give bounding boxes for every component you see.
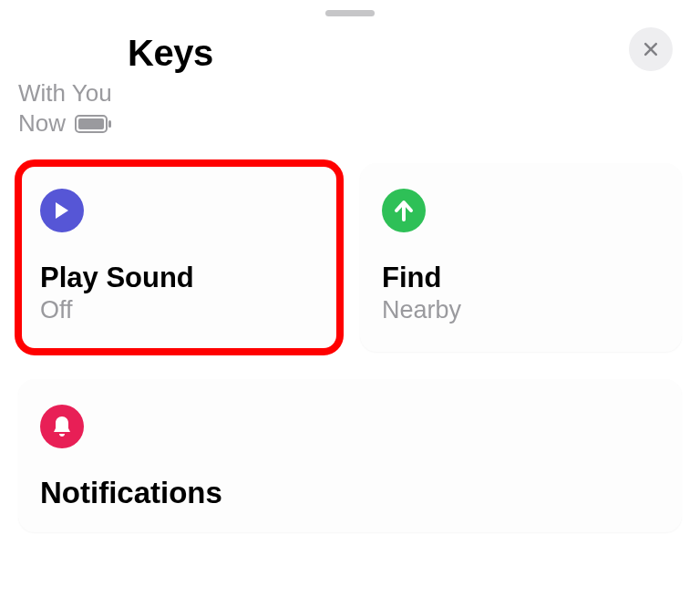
page-title: Keys <box>128 33 700 74</box>
play-sound-card[interactable]: Play Sound Off <box>18 163 340 352</box>
arrow-up-icon <box>382 189 426 232</box>
status-text: With You <box>18 79 700 108</box>
play-icon <box>40 189 84 232</box>
find-card[interactable]: Find Nearby <box>360 163 682 352</box>
find-status: Nearby <box>382 296 660 324</box>
header: Keys With You Now <box>0 0 700 138</box>
play-sound-title: Play Sound <box>40 262 318 294</box>
notifications-title: Notifications <box>40 476 660 510</box>
close-icon <box>642 40 660 58</box>
close-button[interactable] <box>629 27 673 71</box>
now-text: Now <box>18 109 66 138</box>
notifications-section[interactable]: Notifications <box>18 379 682 532</box>
bell-icon <box>40 405 84 448</box>
now-line: Now <box>18 109 700 138</box>
battery-icon <box>75 115 113 133</box>
sheet-grabber[interactable] <box>325 10 375 16</box>
play-sound-status: Off <box>40 296 318 324</box>
action-cards: Play Sound Off Find Nearby <box>0 138 700 352</box>
find-title: Find <box>382 262 660 294</box>
svg-rect-3 <box>78 118 104 129</box>
svg-rect-4 <box>108 120 111 128</box>
